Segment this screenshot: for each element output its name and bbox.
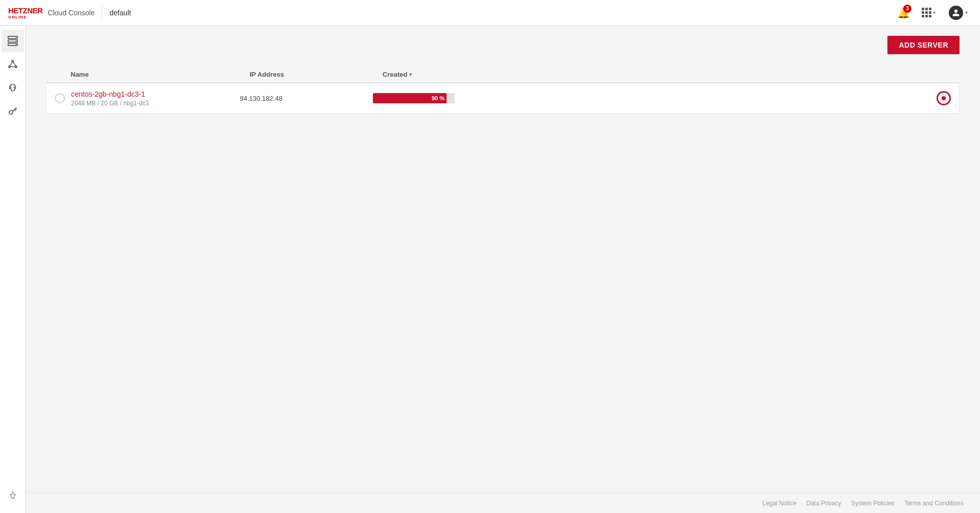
avatar [949, 6, 963, 20]
footer: Legal Notice · Data Privacy · System Pol… [26, 493, 980, 513]
sidebar-item-security[interactable] [2, 100, 24, 123]
svg-line-9 [9, 62, 12, 65]
nav-divider [102, 5, 102, 20]
user-menu-button[interactable]: ▾ [945, 4, 972, 22]
add-server-button[interactable]: ADD SERVER [887, 36, 960, 54]
header-created[interactable]: Created ▾ [383, 71, 495, 78]
footer-dot-3: · [899, 500, 900, 507]
row-select-radio[interactable] [55, 93, 65, 103]
svg-point-4 [15, 40, 16, 41]
network-icon [7, 59, 18, 70]
sidebar [0, 26, 26, 513]
progress-bar-fill: 90 % [373, 93, 447, 103]
project-name[interactable]: default [109, 9, 131, 17]
status-indicator [937, 91, 951, 105]
server-ip: 94.130.182.48 [240, 95, 373, 102]
server-meta: 2048 MB / 20 GB / nbg1-dc3 [71, 100, 240, 107]
sidebar-item-networks[interactable] [2, 53, 24, 76]
svg-line-15 [14, 109, 15, 110]
header-created-label: Created [383, 71, 407, 78]
footer-data-privacy[interactable]: Data Privacy [807, 500, 841, 507]
progress-label: 90 % [432, 95, 444, 101]
top-navigation: HETZNER ONLINE Cloud Console default 🔔 3… [0, 0, 980, 26]
grid-chevron-icon: ▾ [933, 10, 936, 15]
progress-container: 90 % [373, 93, 485, 103]
pin-icon [8, 491, 17, 500]
footer-terms[interactable]: Terms and Conditions [904, 500, 964, 507]
grid-icon [922, 8, 931, 17]
sort-chevron-icon: ▾ [409, 72, 412, 77]
app-title: Cloud Console [48, 9, 95, 17]
server-table: Name IP Address Created ▾ centos-2gb-nbg… [46, 66, 960, 114]
logo-online-text: ONLINE [8, 15, 27, 19]
svg-line-10 [13, 62, 16, 65]
server-name-link[interactable]: centos-2gb-nbg1-dc3-1 [71, 90, 145, 98]
grid-menu-button[interactable]: ▾ [918, 6, 940, 19]
hetzner-logo: HETZNER ONLINE [8, 6, 42, 19]
sidebar-item-servers[interactable] [2, 30, 24, 52]
key-icon [7, 106, 18, 117]
svg-line-14 [15, 109, 16, 110]
puzzle-icon [7, 82, 18, 94]
svg-point-3 [15, 37, 16, 38]
header-ip: IP Address [250, 71, 383, 78]
table-header: Name IP Address Created ▾ [46, 66, 960, 83]
status-col [485, 91, 951, 105]
server-created-col: 90 % [373, 93, 485, 103]
sidebar-item-extensions[interactable] [2, 77, 24, 99]
status-dot [942, 96, 946, 100]
logo-hetzner-text: HETZNER [8, 6, 42, 15]
server-name-col: centos-2gb-nbg1-dc3-1 2048 MB / 20 GB / … [71, 90, 240, 107]
svg-point-6 [12, 60, 14, 62]
header-name: Name [71, 71, 250, 78]
footer-dot-2: · [845, 500, 847, 507]
footer-system-policies[interactable]: System Policies [851, 500, 895, 507]
topnav-right: 🔔 3 ▾ ▾ [894, 4, 972, 22]
svg-point-12 [9, 110, 12, 114]
logo: HETZNER ONLINE Cloud Console [8, 6, 95, 19]
pin-button[interactable] [2, 484, 24, 507]
user-chevron-icon: ▾ [965, 10, 968, 15]
notifications-badge: 3 [903, 5, 911, 13]
sidebar-bottom [2, 484, 24, 507]
servers-icon [7, 35, 18, 47]
svg-point-5 [15, 44, 16, 45]
notifications-button[interactable]: 🔔 3 [894, 4, 912, 22]
table-row: centos-2gb-nbg1-dc3-1 2048 MB / 20 GB / … [46, 83, 960, 114]
main-content: ADD SERVER Name IP Address Created ▾ cen… [26, 26, 980, 513]
progress-bar-wrap: 90 % [373, 93, 455, 103]
footer-dot-1: · [800, 500, 802, 507]
footer-legal-notice[interactable]: Legal Notice [762, 500, 796, 507]
